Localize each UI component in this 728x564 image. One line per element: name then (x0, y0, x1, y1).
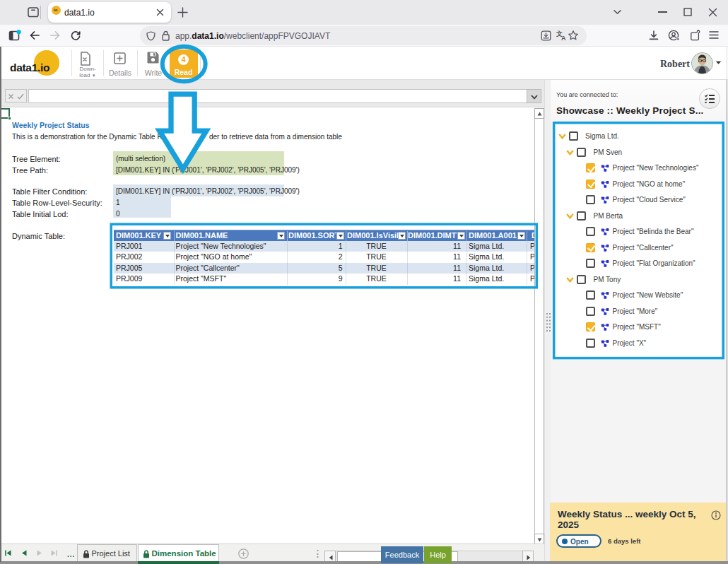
svg-text:A: A (561, 35, 566, 42)
